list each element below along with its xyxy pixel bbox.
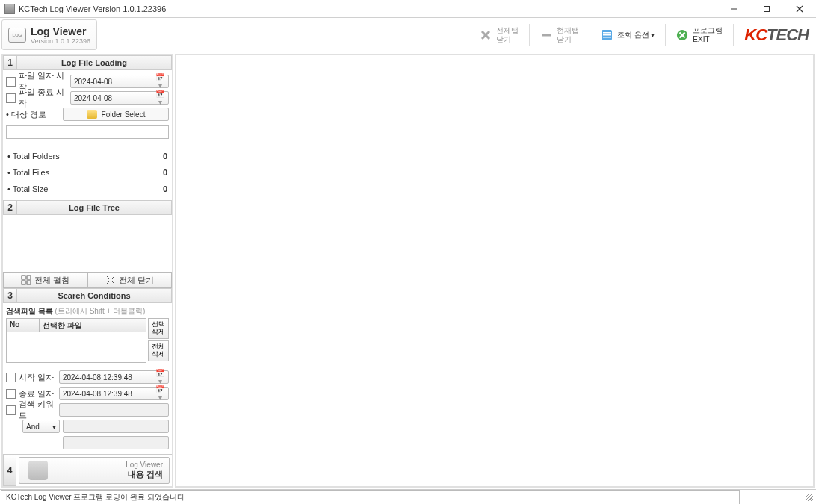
content-search-button[interactable]: Log Viewer내용 검색	[19, 457, 170, 484]
window-title: KCTech Log Viewer Version 1.0.1.22396	[19, 4, 166, 13]
calendar-icon: 📅▾	[155, 385, 165, 402]
svg-rect-1	[764, 6, 770, 11]
main-area: 1 Log File Loading 파일 일자 시작 2024-04-08📅▾…	[0, 52, 816, 489]
total-folders-label: Total Folders	[7, 152, 61, 161]
folder-select-button[interactable]: Folder Select	[63, 108, 169, 121]
total-size-label: Total Size	[7, 184, 61, 193]
logic-combo[interactable]: And▾	[22, 420, 60, 433]
status-message: KCTech Log Viewer 프로그램 로딩이 완료 되었습니다	[1, 490, 740, 505]
delete-selected-button[interactable]: 선택 삭제	[148, 318, 169, 339]
sidebar: 1 Log File Loading 파일 일자 시작 2024-04-08📅▾…	[1, 54, 173, 488]
end-date-checkbox[interactable]	[6, 93, 16, 103]
svg-rect-9	[603, 34, 611, 36]
search-file-table[interactable]: No선택한 파일	[6, 318, 146, 363]
svg-rect-17	[27, 281, 31, 284]
search-file-list-label: 검색파일 목록 (트리에서 Shift + 더블클릭)	[3, 303, 172, 318]
minimize-button[interactable]	[717, 0, 750, 18]
search-end-label: 종료 일자	[19, 388, 56, 399]
app-logo-box: LOG Log Viewer Version 1.0.1.22396	[1, 19, 97, 50]
total-folders-value: 0	[163, 152, 167, 161]
end-date-input[interactable]: 2024-04-08📅▾	[70, 91, 169, 105]
collapse-icon	[105, 275, 116, 285]
total-files-label: Total Files	[7, 168, 61, 177]
start-date-checkbox[interactable]	[6, 77, 16, 87]
close-all-icon	[480, 29, 492, 41]
file-tree[interactable]	[3, 215, 172, 272]
svg-rect-15	[27, 276, 31, 279]
exit-icon	[676, 29, 688, 41]
end-date-label: 파일 종료 시작	[19, 87, 67, 109]
svg-rect-16	[22, 281, 25, 284]
close-current-tab-button[interactable]: 현재탭 닫기	[534, 19, 585, 50]
calendar-icon: 📅▾	[155, 73, 165, 90]
app-version: Version 1.0.1.22396	[31, 37, 90, 45]
path-label: 대상 경로	[6, 109, 60, 120]
window-controls	[717, 0, 816, 18]
calendar-icon: 📅▾	[155, 369, 165, 385]
search-end-checkbox[interactable]	[6, 389, 16, 399]
app-title: Log Viewer	[31, 25, 90, 37]
col-no: No	[7, 319, 40, 332]
search-start-input[interactable]: 2024-04-08 12:39:48📅▾	[59, 370, 169, 384]
section-1-header: 1 Log File Loading	[3, 55, 172, 70]
ribbon: LOG Log Viewer Version 1.0.1.22396 전체탭 닫…	[0, 18, 816, 52]
keyword-input-3[interactable]	[63, 436, 169, 449]
close-button[interactable]	[783, 0, 816, 18]
exit-button[interactable]: 프로그램 EXIT	[670, 19, 729, 50]
keyword-input-2[interactable]	[63, 420, 169, 433]
total-size-value: 0	[163, 184, 167, 193]
path-display	[6, 125, 169, 139]
svg-line-21	[111, 281, 114, 284]
brand-logo: KCTECH	[738, 19, 815, 50]
col-file: 선택한 파일	[40, 319, 146, 332]
collapse-all-button[interactable]: 전체 닫기	[87, 272, 172, 288]
status-bar: KCTech Log Viewer 프로그램 로딩이 완료 되었습니다	[0, 489, 816, 504]
search-end-input[interactable]: 2024-04-08 12:39:48📅▾	[59, 387, 169, 400]
resize-grip[interactable]	[741, 491, 815, 503]
keyword-label: 검색 키워드	[19, 399, 56, 421]
server-icon	[28, 461, 48, 480]
svg-line-19	[111, 276, 114, 279]
expand-icon	[21, 275, 31, 285]
svg-rect-14	[22, 276, 25, 279]
content-area	[175, 54, 815, 488]
maximize-button[interactable]	[750, 0, 783, 18]
svg-rect-10	[603, 37, 611, 38]
delete-all-button[interactable]: 전체 삭제	[148, 340, 169, 361]
search-start-label: 시작 일자	[19, 372, 56, 383]
close-all-tabs-button[interactable]: 전체탭 닫기	[474, 19, 525, 50]
calendar-icon: 📅▾	[155, 90, 165, 106]
total-files-value: 0	[163, 168, 167, 177]
list-icon	[601, 29, 613, 41]
section-3-header: 3 Search Conditions	[3, 288, 172, 303]
section-4: 4 Log Viewer내용 검색	[3, 454, 172, 486]
expand-all-button[interactable]: 전체 펼침	[3, 272, 87, 288]
search-start-checkbox[interactable]	[6, 373, 16, 382]
folder-icon	[87, 110, 97, 119]
view-options-button[interactable]: 조회 옵션 ▾	[595, 19, 661, 50]
log-icon: LOG	[8, 28, 26, 43]
titlebar: KCTech Log Viewer Version 1.0.1.22396	[0, 0, 816, 18]
section-2-header: 2 Log File Tree	[3, 200, 172, 215]
keyword-checkbox[interactable]	[6, 405, 16, 415]
svg-rect-8	[603, 32, 611, 34]
start-date-input[interactable]: 2024-04-08📅▾	[70, 75, 169, 88]
minus-icon	[540, 29, 552, 41]
svg-line-18	[107, 276, 110, 279]
app-icon	[4, 4, 15, 14]
keyword-input-1[interactable]	[59, 403, 169, 417]
chevron-down-icon: ▾	[52, 423, 56, 431]
svg-line-20	[107, 281, 110, 284]
